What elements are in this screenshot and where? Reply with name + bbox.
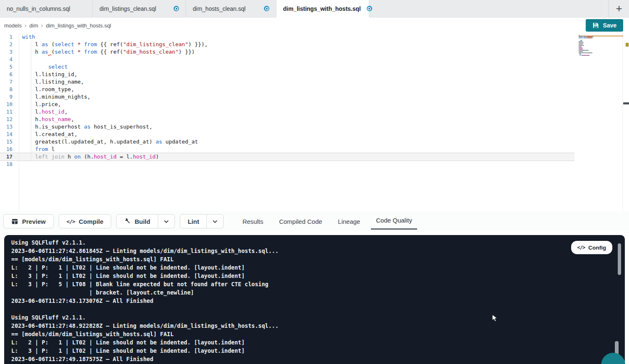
breadcrumb-item-file: dim_listings_with_hosts.sql [46, 22, 111, 29]
new-tab-button[interactable]: + [609, 0, 629, 17]
code-line: 3 h as (select * from {{ ref("dim_hosts_… [0, 48, 629, 56]
unsaved-changes-icon [264, 6, 269, 11]
code-line: 1with [0, 33, 629, 41]
terminal-scrollbar-thumb[interactable] [618, 243, 621, 275]
code-line: 12 h.host_name, [0, 116, 629, 123]
lint-output-panel: Using SQLFluff v2.1.1. 2023-06-06T11:27:… [4, 235, 625, 364]
build-label: Build [134, 218, 150, 225]
scrollbar-warning-marker [626, 43, 629, 47]
file-header-row: models › dim › dim_listings_with_hosts.s… [0, 17, 629, 33]
lint-label: Lint [188, 218, 199, 225]
plus-icon: + [616, 2, 622, 15]
code-line: 13 h.is_superhost as host_is_superhost, [0, 123, 629, 131]
code-line: 4 [0, 56, 629, 63]
tab-label: dim_listings_clean.sql [99, 5, 156, 12]
save-button[interactable]: Save [586, 19, 623, 32]
code-line: 11 l.host_id, [0, 108, 629, 116]
code-line: 14 l.created_at, [0, 131, 629, 138]
code-line: 16 from l [0, 146, 629, 153]
chevron-down-icon [212, 218, 218, 225]
tab-label: dim_listings_with_hosts.sql [283, 5, 361, 12]
tab-no-nulls-in-columns[interactable]: no_nulls_in_columns.sql [0, 0, 93, 17]
minimap[interactable] [579, 35, 609, 57]
preview-button[interactable]: Preview [3, 214, 54, 228]
chevron-right-icon: › [41, 22, 43, 29]
hammer-icon [124, 218, 131, 225]
compile-label: Compile [79, 218, 103, 225]
tab-code-quality[interactable]: Code Quality [375, 217, 413, 224]
mouse-cursor [490, 313, 500, 324]
code-line: 6 l.listing_id, [0, 71, 629, 78]
build-split-button: Build [116, 214, 175, 228]
lint-output-text: Using SQLFluff v2.1.1. 2023-06-06T11:27:… [4, 235, 625, 363]
code-line: 8 l.room_type, [0, 86, 629, 93]
build-button[interactable]: Build [116, 214, 158, 228]
tabbar-filler [369, 0, 609, 17]
code-line: 17 left join h on (h.host_id = l.host_id… [0, 153, 629, 161]
config-label: Config [588, 245, 606, 251]
tab-label: no_nulls_in_columns.sql [7, 5, 70, 12]
action-toolbar: Preview </> Compile Build Lint Results [0, 211, 629, 231]
breadcrumb: models › dim › dim_listings_with_hosts.s… [4, 22, 111, 29]
code-line: 10 l.price, [0, 101, 629, 108]
code-icon: </> [577, 245, 585, 250]
save-button-label: Save [603, 22, 617, 29]
tab-dim-listings-with-hosts[interactable]: dim_listings_with_hosts.sql [276, 0, 369, 17]
scrollbar-cursor-marker [623, 102, 629, 104]
code-line: 15 greatest(l.updated_at, h.updated_at) … [0, 138, 629, 146]
code-line: 5 select [0, 63, 629, 71]
breadcrumb-item-models[interactable]: models [4, 22, 22, 29]
unsaved-changes-icon [174, 6, 179, 11]
compile-button[interactable]: </> Compile [59, 214, 112, 228]
tab-lineage[interactable]: Lineage [337, 218, 361, 225]
lint-button[interactable]: Lint [180, 214, 207, 228]
code-line: 7 l.listing_name, [0, 78, 629, 86]
tab-compiled-code[interactable]: Compiled Code [278, 218, 323, 225]
code-line: 18 [0, 161, 629, 168]
breadcrumb-item-dim[interactable]: dim [30, 22, 38, 29]
preview-label: Preview [22, 218, 46, 225]
table-grid-icon [11, 218, 18, 225]
tab-label: dim_hosts_clean.sql [193, 5, 246, 12]
code-editor[interactable]: 1with2 l as (select * from {{ ref("dim_l… [0, 33, 629, 211]
result-tabs: Results Compiled Code Lineage Code Quali… [241, 218, 413, 225]
lint-dropdown-button[interactable] [207, 214, 224, 228]
chevron-down-icon [163, 218, 169, 225]
code-icon: </> [67, 218, 75, 225]
floppy-disk-icon [592, 22, 599, 29]
code-line: 2 l as (select * from {{ ref("dim_listin… [0, 41, 629, 48]
tab-dim-hosts-clean[interactable]: dim_hosts_clean.sql [186, 0, 276, 17]
tab-results[interactable]: Results [241, 218, 264, 225]
build-dropdown-button[interactable] [158, 214, 175, 228]
chevron-right-icon: › [25, 22, 27, 29]
tab-dim-listings-clean[interactable]: dim_listings_clean.sql [93, 0, 186, 17]
code-line: 9 l.minimum_nights, [0, 93, 629, 101]
editor-lines: 1with2 l as (select * from {{ ref("dim_l… [0, 33, 629, 168]
indent-guide [31, 41, 31, 161]
lint-split-button: Lint [180, 214, 224, 228]
config-button[interactable]: </> Config [571, 241, 612, 254]
editor-tab-bar: no_nulls_in_columns.sql dim_listings_cle… [0, 0, 629, 17]
